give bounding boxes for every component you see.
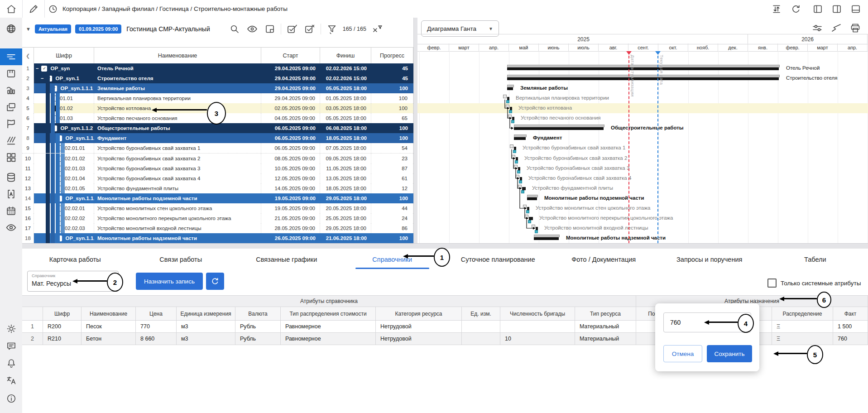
clear-filter-icon[interactable] [370, 22, 384, 36]
grid-row-2[interactable]: 2−✓OP_syn.1Строительство отеля29.04.2025… [22, 73, 413, 83]
sidebar-item-kanban[interactable] [0, 65, 22, 82]
ref-column-header[interactable]: Единица измерения [177, 307, 235, 321]
ref-column-header[interactable]: Категория ресурса [376, 307, 462, 321]
ref-column-header[interactable]: Факт [833, 307, 868, 321]
grid-row-12[interactable]: 1202.01.04Устройство буронабивных свай з… [22, 173, 413, 184]
ref-cell[interactable]: Равномерное [281, 333, 376, 345]
grid-column-header[interactable]: Наименование [94, 48, 261, 64]
tab-6[interactable]: Фото / Документация [551, 250, 657, 269]
ref-column-header[interactable]: Распределение [772, 307, 833, 321]
sidebar-item-apps-grid[interactable] [0, 149, 22, 166]
grid-column-header[interactable]: Финиш [320, 48, 371, 64]
printer-icon[interactable] [849, 22, 861, 34]
ref-cell[interactable]: R200 [43, 321, 82, 333]
ref-column-header[interactable]: Тип распределения стоимости [281, 307, 376, 321]
sidebar-item-brightness[interactable] [0, 320, 22, 337]
tab-7[interactable]: Запросы и поручения [657, 250, 762, 269]
ref-column-header[interactable]: Тип ресурса [575, 307, 636, 321]
ref-cell[interactable] [500, 321, 575, 333]
ref-column-header[interactable]: Численность бригады [500, 307, 575, 321]
ref-column-header[interactable]: Шифр [43, 307, 82, 321]
ref-cell[interactable]: 760 [833, 333, 868, 345]
eye-icon[interactable] [245, 22, 259, 36]
ref-cell[interactable]: Песок [82, 321, 136, 333]
ref-cell[interactable]: 1 500 [833, 321, 868, 333]
ref-cell[interactable]: Материальный [575, 333, 636, 345]
ref-cell[interactable]: Материальный [575, 321, 636, 333]
assign-record-button[interactable]: Назначить запись [136, 273, 203, 290]
refresh-icon[interactable] [787, 2, 805, 16]
grid-row-15[interactable]: 1502.02.01Устройство монолитных стен цок… [22, 203, 413, 214]
ref-cell[interactable]: Нетрудовой [376, 333, 462, 345]
tab-3[interactable]: Связанные графики [234, 250, 340, 269]
sidebar-item-hatch[interactable] [0, 132, 22, 149]
sidebar-item-info[interactable] [0, 390, 22, 407]
sliders-icon[interactable] [811, 22, 823, 34]
ref-cell[interactable]: м3 [177, 321, 235, 333]
panel-split-icon[interactable] [828, 2, 846, 16]
refresh-button[interactable] [206, 273, 224, 290]
grid-collapse-chevron[interactable]: ❮ [22, 48, 34, 64]
check-all-icon[interactable] [285, 22, 299, 36]
distribution-icon[interactable]: Ξ [772, 321, 833, 333]
ref-cell[interactable]: R210 [43, 333, 82, 345]
grid-column-header[interactable]: Прогресс [371, 48, 413, 64]
grid-row-1[interactable]: 1−✓OP_synОтель Речной29.04.2025 09:0002.… [22, 63, 413, 73]
grid-row-14[interactable]: 14−OP_syn.1.1.2.Монолитные работы подзем… [22, 193, 413, 203]
ref-cell[interactable] [462, 333, 500, 345]
grid-row-7[interactable]: 7−OP_syn.1.1.2Общестроительные работы06.… [22, 123, 413, 133]
ref-column-header[interactable]: Цена [136, 307, 177, 321]
ref-cell[interactable]: Нетрудовой [376, 321, 462, 333]
ref-column-header[interactable]: Валюта [235, 307, 281, 321]
distribution-icon[interactable]: Ξ [772, 333, 833, 345]
ref-column-header[interactable]: Ед. изм. [462, 307, 500, 321]
panel-bottom-icon[interactable] [847, 2, 865, 16]
save-button[interactable]: Сохранить [707, 345, 752, 362]
ref-cell[interactable] [462, 321, 500, 333]
tab-2[interactable]: Связи работы [128, 250, 234, 269]
sidebar-item-eye[interactable] [0, 219, 22, 236]
tab-4[interactable]: Справочники [340, 250, 446, 269]
grid-row-16[interactable]: 1602.02.02Устройство монолитного перекры… [22, 213, 413, 224]
tab-1[interactable]: Карточка работы [22, 250, 128, 269]
ref-cell[interactable]: 8 660 [136, 333, 177, 345]
grid-column-header[interactable]: Старт [261, 48, 320, 64]
grid-row-8[interactable]: 8−OP_syn.1.1.2.Фундамент06.05.2025 09:00… [22, 133, 413, 143]
sidebar-item-flag[interactable] [0, 115, 22, 132]
ref-cell[interactable]: 770 [136, 321, 177, 333]
ref-cell[interactable]: Рубль [235, 333, 281, 345]
sidebar-item-schedule-list[interactable] [0, 48, 22, 65]
filter-icon[interactable] [325, 22, 339, 36]
grid-row-18[interactable]: 18−OP_syn.1.1.2.Монолитные работы надзем… [22, 233, 413, 243]
uncheck-all-icon[interactable] [303, 22, 317, 36]
sidebar-item-translate[interactable] [0, 372, 22, 389]
only-system-attributes-checkbox[interactable]: Только системные атрибуты [767, 279, 861, 288]
tab-8[interactable]: Табели [762, 250, 868, 269]
flow-icon[interactable] [830, 22, 842, 34]
ref-cell[interactable]: Бетон [82, 333, 136, 345]
layout-columns-icon[interactable] [263, 22, 277, 36]
sidebar-item-chart[interactable] [0, 82, 22, 99]
panel-left-icon[interactable] [809, 2, 827, 16]
sidebar-item-globe[interactable] [0, 20, 22, 37]
sidebar-item-windows[interactable] [0, 99, 22, 115]
sidebar-item-calendar[interactable] [0, 202, 22, 219]
grid-row-17[interactable]: 1702.02.03Устройство монолитной входной … [22, 223, 413, 234]
grid-row-9[interactable]: 902.01.01Устройство буронабивных свай за… [22, 143, 413, 154]
cancel-button[interactable]: Отмена [663, 345, 702, 362]
ref-cell[interactable]: Равномерное [281, 321, 376, 333]
sidebar-item-chat[interactable] [0, 337, 22, 354]
ref-cell[interactable]: Рубль [235, 321, 281, 333]
edit-button[interactable] [22, 0, 45, 18]
ref-column-header[interactable]: Наименование [82, 307, 136, 321]
clock-icon[interactable] [48, 4, 58, 14]
home-button[interactable] [0, 0, 23, 18]
grid-row-13[interactable]: 1302.01.05Устройство фундаментной плиты1… [22, 183, 413, 194]
sidebar-item-bell[interactable] [0, 355, 22, 371]
sidebar-item-attribute[interactable] [0, 186, 22, 202]
swap-vertical-button[interactable] [767, 2, 786, 16]
ref-cell[interactable]: 10 [500, 333, 575, 345]
sidebar-item-database[interactable] [0, 169, 22, 186]
search-icon[interactable] [228, 22, 241, 36]
grid-row-10[interactable]: 1002.01.02Устройство буронабивных свай з… [22, 154, 413, 164]
